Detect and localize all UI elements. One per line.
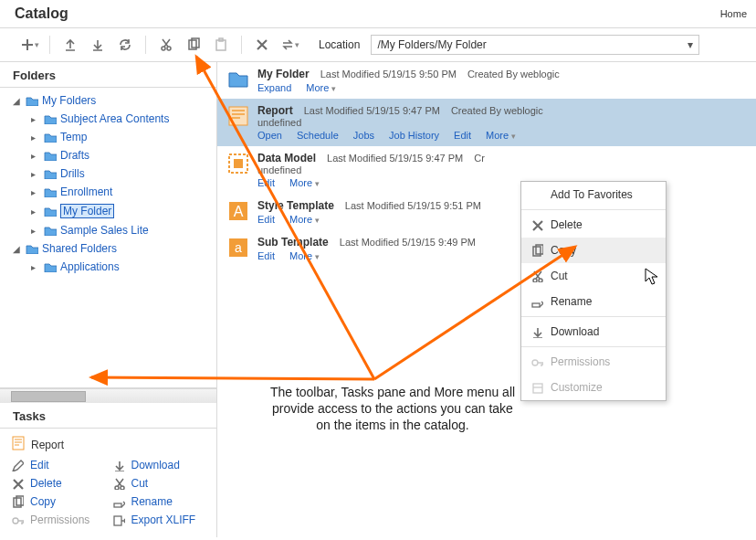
- list-item[interactable]: My Folder Last Modified 5/19/15 9:50 PM …: [217, 62, 756, 99]
- item-undefined: undefined: [257, 117, 747, 128]
- sub-template-icon: [226, 236, 250, 259]
- task-delete[interactable]: Delete: [11, 477, 105, 490]
- location-value: /My Folders/My Folder: [377, 38, 486, 51]
- folders-tree: ◢My Folders ▸Subject Area Contents ▸Temp…: [0, 88, 216, 388]
- page-title: Catalog: [15, 5, 68, 22]
- folder-enrollment[interactable]: ▸Enrollment: [0, 183, 216, 201]
- chevron-down-icon: ▾: [688, 38, 693, 51]
- list-item[interactable]: Style Template Last Modified 5/19/15 9:5…: [217, 194, 756, 230]
- menu-copy[interactable]: Copy: [521, 238, 666, 263]
- swap-icon[interactable]: ▾: [278, 34, 300, 56]
- task-export-xliff[interactable]: Export XLIFF: [112, 514, 206, 526]
- action-more[interactable]: More: [289, 214, 320, 225]
- catalog-list: My Folder Last Modified 5/19/15 9:50 PM …: [217, 62, 756, 537]
- menu-customize: Customize: [521, 375, 666, 400]
- menu-rename[interactable]: Rename: [521, 289, 666, 314]
- item-modified: Last Modified 5/19/15 9:51 PM: [345, 200, 481, 211]
- new-icon[interactable]: ▾: [18, 34, 40, 56]
- download-icon[interactable]: [87, 34, 109, 56]
- item-created: Created By weblogic: [451, 105, 543, 116]
- item-name: Style Template: [257, 199, 334, 212]
- item-modified: Last Modified 5/19/15 9:49 PM: [340, 237, 476, 248]
- item-created: Created By weblogic: [467, 69, 560, 79]
- item-name: Sub Template: [257, 236, 329, 249]
- report-icon: [226, 104, 250, 128]
- task-rename[interactable]: Rename: [112, 495, 206, 508]
- task-cut[interactable]: Cut: [112, 477, 206, 490]
- action-open[interactable]: Open: [257, 130, 282, 141]
- menu-download[interactable]: Download: [521, 319, 666, 344]
- menu-permissions: Permissions: [521, 349, 666, 375]
- tasks-panel: Report Edit Download Delete Cut Copy Ren…: [0, 429, 216, 537]
- item-name: Data Model: [257, 152, 316, 164]
- action-schedule[interactable]: Schedule: [297, 130, 339, 141]
- menu-delete[interactable]: Delete: [521, 212, 666, 238]
- task-copy[interactable]: Copy: [11, 495, 105, 508]
- location-dropdown[interactable]: /My Folders/My Folder ▾: [371, 35, 699, 55]
- upload-icon[interactable]: [59, 34, 81, 56]
- item-name: My Folder: [257, 68, 310, 80]
- home-link[interactable]: Home: [720, 8, 747, 19]
- cut-icon[interactable]: [155, 34, 177, 56]
- style-template-icon: [226, 199, 250, 223]
- folder-icon: [226, 68, 250, 91]
- refresh-icon[interactable]: [114, 34, 136, 56]
- action-more[interactable]: More: [289, 250, 320, 261]
- action-edit[interactable]: Edit: [454, 130, 471, 141]
- toolbar: ▾ ▾ Location /My Folders/My Folder ▾: [0, 27, 756, 62]
- list-item[interactable]: Sub Template Last Modified 5/19/15 9:49 …: [217, 230, 756, 267]
- action-more[interactable]: More: [306, 82, 336, 93]
- more-context-menu: Add To Favorites Delete Copy Cut Rename …: [520, 181, 667, 401]
- item-modified: Last Modified 5/19/15 9:47 PM: [304, 105, 440, 116]
- item-created: Cr: [474, 153, 485, 164]
- action-edit[interactable]: Edit: [257, 250, 275, 261]
- item-undefined: undefined: [257, 164, 747, 175]
- folder-my-folder[interactable]: ▸My Folder: [0, 201, 216, 221]
- action-expand[interactable]: Expand: [257, 82, 291, 93]
- item-name: Report: [257, 104, 293, 117]
- annotation-text: The toolbar, Tasks pane and More menu al…: [265, 384, 520, 434]
- delete-icon[interactable]: [251, 34, 273, 56]
- menu-add-favorites[interactable]: Add To Favorites: [521, 182, 666, 207]
- folder-subject-area[interactable]: ▸Subject Area Contents: [0, 110, 216, 128]
- folder-temp[interactable]: ▸Temp: [0, 128, 216, 146]
- copy-icon[interactable]: [183, 34, 205, 56]
- action-jobs[interactable]: Jobs: [353, 130, 374, 141]
- list-item[interactable]: Report Last Modified 5/19/15 9:47 PM Cre…: [217, 99, 756, 146]
- location-label: Location: [319, 38, 360, 51]
- tasks-panel-title: Tasks: [0, 403, 216, 429]
- item-modified: Last Modified 5/19/15 9:50 PM: [320, 69, 457, 79]
- action-edit[interactable]: Edit: [257, 177, 275, 188]
- folder-shared[interactable]: ◢Shared Folders: [0, 239, 216, 258]
- folder-sample-sales[interactable]: ▸Sample Sales Lite: [0, 221, 216, 239]
- folder-drills[interactable]: ▸Drills: [0, 164, 216, 183]
- action-more[interactable]: More: [289, 177, 320, 188]
- list-item[interactable]: Data Model Last Modified 5/19/15 9:47 PM…: [217, 146, 756, 194]
- action-edit[interactable]: Edit: [257, 214, 275, 225]
- folder-drafts[interactable]: ▸Drafts: [0, 146, 216, 164]
- paste-icon[interactable]: [210, 34, 232, 56]
- folders-panel-title: Folders: [0, 62, 216, 88]
- task-permissions: Permissions: [11, 514, 105, 526]
- folder-applications[interactable]: ▸Applications: [0, 258, 216, 276]
- cursor-icon: [645, 268, 659, 289]
- item-modified: Last Modified 5/19/15 9:47 PM: [327, 153, 463, 164]
- task-download[interactable]: Download: [112, 459, 206, 471]
- report-icon: [11, 436, 26, 453]
- data-model-icon: [226, 152, 250, 175]
- task-edit[interactable]: Edit: [11, 459, 105, 471]
- tasks-context-label: Report: [31, 439, 64, 451]
- action-job-history[interactable]: Job History: [389, 130, 439, 141]
- folders-scrollbar[interactable]: [0, 388, 216, 403]
- folder-my-folders[interactable]: ◢My Folders: [0, 91, 216, 110]
- action-more[interactable]: More: [486, 130, 516, 141]
